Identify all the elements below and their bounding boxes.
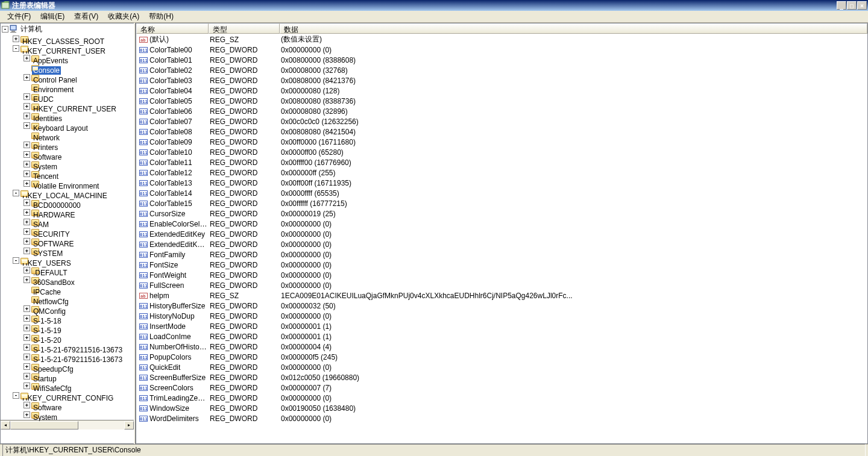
tree-item[interactable]: -HKEY_USERS <box>13 255 134 265</box>
list-row[interactable]: 011ColorTable03REG_DWORD0x00808000 (8421… <box>136 75 867 86</box>
tree-item[interactable]: -HKEY_CURRENT_USER <box>13 43 134 53</box>
col-header-name[interactable]: 名称 <box>136 23 209 34</box>
expander-icon[interactable]: + <box>24 113 30 119</box>
list-row[interactable]: 011ColorTable06REG_DWORD0x00008080 (3289… <box>136 106 867 116</box>
list-row[interactable]: 011ColorTable09REG_DWORD0x00ff0000 (1671… <box>136 137 867 147</box>
list-row[interactable]: 011PopupColorsREG_DWORD0x000000f5 (245) <box>136 352 867 362</box>
tree-item[interactable]: +SOFTWARE <box>24 236 134 246</box>
tree-item[interactable]: +S-1-5-20 <box>24 333 134 342</box>
tree-item[interactable]: -HKEY_CURRENT_CONFIG <box>13 390 134 400</box>
menu-help[interactable]: 帮助(H) <box>144 11 178 22</box>
expander-icon[interactable]: + <box>24 228 30 235</box>
expander-icon[interactable]: + <box>24 199 30 206</box>
expander-icon[interactable]: + <box>13 36 19 42</box>
expander-icon[interactable]: + <box>24 363 30 370</box>
expander-icon[interactable]: + <box>24 209 30 216</box>
expander-icon[interactable]: - <box>13 45 19 52</box>
expander-icon[interactable]: - <box>13 190 19 196</box>
list-row[interactable]: 011LoadConImeREG_DWORD0x00000001 (1) <box>136 331 867 342</box>
list-row[interactable]: 011WordDelimitersREG_DWORD0x00000000 (0) <box>136 413 867 423</box>
list-row[interactable]: 011ColorTable15REG_DWORD0x00ffffff (1677… <box>136 198 867 208</box>
tree-item[interactable]: +Keyboard Layout <box>24 120 134 130</box>
tree-item[interactable]: +Printers <box>24 140 134 149</box>
menu-view[interactable]: 查看(V) <box>69 11 103 22</box>
tree-item[interactable]: +Software <box>24 400 134 410</box>
minimize-button[interactable]: _ <box>837 1 846 10</box>
scroll-right-button[interactable]: ▸ <box>124 421 134 429</box>
tree-item[interactable]: +QMConfig <box>24 304 134 313</box>
list-row[interactable]: abhelpmREG_SZ1ECA009E01ACIKEUILuaQjaGfMk… <box>136 290 867 301</box>
expander-icon[interactable]: + <box>24 267 30 273</box>
list-body[interactable]: ab(默认)REG_SZ(数值未设置)011ColorTable00REG_DW… <box>136 34 867 443</box>
scroll-thumb[interactable] <box>10 421 78 429</box>
list-row[interactable]: 011QuickEditREG_DWORD0x00000000 (0) <box>136 362 867 372</box>
list-row[interactable]: 011ScreenColorsREG_DWORD0x00000007 (7) <box>136 383 867 393</box>
tree-item[interactable]: +WifiSafeCfg <box>24 381 134 390</box>
expander-icon[interactable]: + <box>24 411 30 418</box>
expander-icon[interactable]: + <box>24 402 30 408</box>
expander-icon[interactable]: + <box>24 103 30 110</box>
expander-icon[interactable]: + <box>24 373 30 379</box>
list-row[interactable]: 011ScreenBufferSizeREG_DWORD0x012c0050 (… <box>136 372 867 383</box>
list-row[interactable]: 011EnableColorSelec...REG_DWORD0x0000000… <box>136 219 867 229</box>
tree-item[interactable]: +Tencent <box>24 169 134 178</box>
tree-item[interactable]: +.DEFAULT <box>24 265 134 275</box>
list-row[interactable]: 011WindowSizeREG_DWORD0x00190050 (163848… <box>136 403 867 413</box>
menu-favorites[interactable]: 收藏夹(A) <box>103 11 144 22</box>
tree-item[interactable]: +HARDWARE <box>24 207 134 217</box>
list-row[interactable]: 011NumberOfHistory...REG_DWORD0x00000004… <box>136 342 867 352</box>
expander-icon[interactable]: + <box>24 344 30 351</box>
close-button[interactable]: × <box>857 1 867 10</box>
tree-item[interactable]: +HKEY_CLASSES_ROOT <box>13 34 134 43</box>
list-row[interactable]: 011HistoryBufferSizeREG_DWORD0x00000032 … <box>136 301 867 311</box>
scroll-track[interactable] <box>10 421 124 429</box>
expander-icon[interactable]: + <box>24 161 30 167</box>
tree-item[interactable]: -HKEY_LOCAL_MACHINE <box>13 188 134 198</box>
list-row[interactable]: 011FontSizeREG_DWORD0x00000000 (0) <box>136 260 867 270</box>
tree-item[interactable]: IPCache <box>24 284 134 294</box>
expander-icon[interactable]: - <box>13 257 19 264</box>
expander-icon[interactable]: + <box>24 170 30 177</box>
menu-file[interactable]: 文件(F) <box>2 11 36 22</box>
expander-icon[interactable]: - <box>2 26 8 33</box>
tree-item[interactable]: +S-1-5-21-679211516-13673 <box>24 352 134 361</box>
tree-item[interactable]: +360SandBox <box>24 275 134 284</box>
list-row[interactable]: 011InsertModeREG_DWORD0x00000001 (1) <box>136 321 867 331</box>
list-row[interactable]: 011TrimLeadingZerosREG_DWORD0x00000000 (… <box>136 393 867 403</box>
list-row[interactable]: ab(默认)REG_SZ(数值未设置) <box>136 34 867 45</box>
tree-item[interactable]: +EUDC <box>24 92 134 101</box>
list-row[interactable]: 011ColorTable07REG_DWORD0x00c0c0c0 (1263… <box>136 116 867 126</box>
list-row[interactable]: 011ExtendedEditKey...REG_DWORD0x00000000… <box>136 239 867 249</box>
tree-item[interactable]: +Startup <box>24 371 134 381</box>
list-row[interactable]: 011ColorTable00REG_DWORD0x00000000 (0) <box>136 45 867 55</box>
tree-item[interactable]: +Volatile Environment <box>24 178 134 188</box>
list-row[interactable]: 011ExtendedEditKeyREG_DWORD0x00000000 (0… <box>136 229 867 239</box>
list-row[interactable]: 011ColorTable08REG_DWORD0x00808080 (8421… <box>136 126 867 137</box>
expander-icon[interactable]: + <box>24 354 30 360</box>
tree-item[interactable]: Environment <box>24 82 134 92</box>
tree-item[interactable]: +SAM <box>24 217 134 226</box>
registry-tree[interactable]: -计算机+HKEY_CLASSES_ROOT-HKEY_CURRENT_USER… <box>1 23 134 420</box>
tree-item[interactable]: +S-1-5-18 <box>24 313 134 323</box>
col-header-type[interactable]: 类型 <box>209 23 280 34</box>
expander-icon[interactable]: + <box>24 325 30 331</box>
tree-horizontal-scrollbar[interactable]: ◂ ▸ <box>1 420 134 429</box>
tree-item[interactable]: +AppEvents <box>24 53 134 63</box>
tree-item[interactable]: +Software <box>24 149 134 159</box>
tree-item[interactable]: +System <box>24 159 134 169</box>
expander-icon[interactable]: + <box>24 93 30 100</box>
col-header-data[interactable]: 数据 <box>280 23 867 34</box>
menu-edit[interactable]: 编辑(E) <box>36 11 69 22</box>
expander-icon[interactable]: + <box>24 142 30 148</box>
expander-icon[interactable]: + <box>24 248 30 254</box>
scroll-left-button[interactable]: ◂ <box>1 421 10 429</box>
expander-icon[interactable]: + <box>24 122 30 129</box>
expander-icon[interactable]: + <box>24 238 30 245</box>
list-row[interactable]: 011ColorTable11REG_DWORD0x00ffff00 (1677… <box>136 157 867 167</box>
expander-icon[interactable]: + <box>24 276 30 283</box>
maximize-button[interactable]: □ <box>847 1 857 10</box>
list-row[interactable]: 011ColorTable02REG_DWORD0x00008000 (3276… <box>136 65 867 75</box>
expander-icon[interactable]: + <box>24 151 30 158</box>
tree-item[interactable]: +Control Panel <box>24 72 134 82</box>
expander-icon[interactable]: + <box>24 334 30 341</box>
